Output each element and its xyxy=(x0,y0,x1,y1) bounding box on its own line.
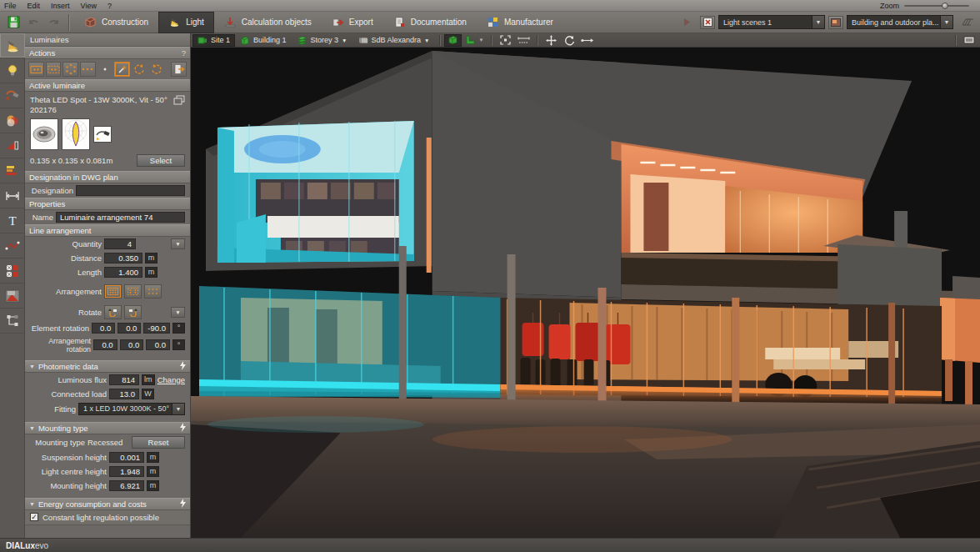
tool-flexible-luminaire[interactable] xyxy=(0,83,25,108)
luminaire-orientation-button[interactable] xyxy=(93,126,112,143)
tab-documentation[interactable]: Documentation xyxy=(383,12,477,33)
arrangement-option-edges[interactable] xyxy=(144,284,162,299)
zoom-fit-icon[interactable] xyxy=(498,34,512,47)
view-3d-button[interactable] xyxy=(444,34,462,47)
dwg-section-header[interactable]: Designation in DWG plan xyxy=(25,171,190,183)
fitting-dropdown-arrow[interactable]: ▼ xyxy=(172,404,184,414)
tool-measure[interactable] xyxy=(0,183,25,208)
quantity-options-dropdown[interactable]: ▼ xyxy=(171,238,185,249)
photometric-section-header[interactable]: ▼ Photometric data xyxy=(25,360,190,373)
luminous-flux-input[interactable]: 814 xyxy=(109,374,139,385)
tool-light-colors[interactable] xyxy=(0,108,25,133)
view-mode-dropdown-arrow[interactable]: ▼ xyxy=(940,16,952,28)
tab-export[interactable]: Export xyxy=(322,12,383,33)
tab-calculation-objects[interactable]: Calculation objects xyxy=(214,12,322,33)
zoom-slider[interactable] xyxy=(904,5,969,7)
suspension-height-input[interactable]: 0.001 xyxy=(109,452,144,463)
menu-insert[interactable]: Insert xyxy=(51,2,70,10)
tool-energy[interactable] xyxy=(0,158,25,183)
measure-line-icon[interactable] xyxy=(581,34,594,47)
tool-dimming-ramp[interactable] xyxy=(0,133,25,158)
action-line-arrangement[interactable] xyxy=(80,62,96,77)
mounting-collapse-icon[interactable]: ▼ xyxy=(29,425,35,431)
arrangement-option-frame[interactable] xyxy=(124,284,142,299)
tool-scheme[interactable] xyxy=(0,309,25,334)
menu-help[interactable]: ? xyxy=(108,2,112,10)
quantity-input[interactable]: 4 xyxy=(104,238,136,249)
site-button[interactable]: Site 1 xyxy=(192,34,235,47)
element-rotation-x[interactable]: 0.0 xyxy=(92,323,115,334)
connected-load-input[interactable]: 13.0 xyxy=(109,389,139,399)
action-rotate-ccw[interactable] xyxy=(132,62,148,77)
actions-help-icon[interactable]: ? xyxy=(182,48,186,58)
designation-input[interactable] xyxy=(76,185,185,196)
arrangement-option-grid[interactable] xyxy=(104,284,122,299)
render-3d-view[interactable] xyxy=(191,48,980,538)
tool-render-scene[interactable] xyxy=(0,284,25,309)
action-field-arrangement[interactable] xyxy=(46,62,62,77)
photometric-collapse-icon[interactable]: ▼ xyxy=(29,364,35,369)
length-input[interactable]: 1.400 xyxy=(104,267,142,278)
light-scenes-dropdown[interactable]: Light scenes 1 ▼ xyxy=(718,15,825,29)
action-rotate-cw[interactable] xyxy=(149,62,165,77)
action-wand[interactable] xyxy=(114,62,130,77)
view-plan-button[interactable]: ▼ xyxy=(462,34,488,47)
view-plan-dropdown-arrow[interactable]: ▼ xyxy=(479,38,484,43)
element-rotation-y[interactable]: 0.0 xyxy=(118,323,141,334)
name-input[interactable]: Luminaire arrangement 74 xyxy=(56,212,185,223)
undo-button[interactable] xyxy=(24,14,42,31)
zoom-slider-thumb[interactable] xyxy=(942,3,948,9)
tool-polyline[interactable] xyxy=(0,233,25,258)
tool-calculation-surfaces[interactable] xyxy=(0,258,25,284)
active-luminaire-section-header[interactable]: Active luminaire xyxy=(25,79,190,92)
arrangement-rotation-z[interactable]: 0.0 xyxy=(146,339,170,350)
hatch-display-icon[interactable] xyxy=(958,14,976,31)
action-export-luminaire[interactable] xyxy=(171,62,187,77)
rotate-options-dropdown[interactable]: ▼ xyxy=(171,307,185,318)
save-button[interactable] xyxy=(4,14,22,31)
constant-light-checkbox[interactable]: ✓ xyxy=(30,513,38,521)
tab-light[interactable]: Light xyxy=(158,12,214,33)
tab-construction[interactable]: Construction xyxy=(74,12,158,33)
tool-lamps[interactable] xyxy=(0,58,25,83)
distance-input[interactable]: 0.350 xyxy=(104,253,142,263)
move-icon[interactable] xyxy=(544,34,558,47)
mounting-section-header[interactable]: ▼ Mounting type xyxy=(25,422,190,434)
storey-dropdown-arrow[interactable]: ▼ xyxy=(342,38,347,43)
building-button[interactable]: Building 1 xyxy=(235,34,292,47)
change-fitting-link[interactable]: Change xyxy=(158,375,185,384)
room-dropdown-arrow[interactable]: ▼ xyxy=(424,38,429,43)
menu-edit[interactable]: Edit xyxy=(28,2,41,10)
action-single-luminaire[interactable] xyxy=(98,62,113,77)
storey-button[interactable]: Storey 3 ▼ xyxy=(292,34,352,47)
arrangement-rotation-x[interactable]: 0.0 xyxy=(93,339,118,350)
menu-file[interactable]: File xyxy=(4,2,17,10)
reset-mounting-button[interactable]: Reset xyxy=(132,436,185,449)
tool-luminaires[interactable] xyxy=(0,33,25,58)
delete-light-scene-button[interactable] xyxy=(700,16,715,29)
action-circle-arrangement[interactable] xyxy=(62,62,78,77)
rotate-view-icon[interactable] xyxy=(562,34,576,47)
arrangement-rotation-y[interactable]: 0.0 xyxy=(120,339,144,350)
light-scene-editor-button[interactable] xyxy=(828,16,843,29)
view-mode-dropdown[interactable]: Building and outdoor pla... ▼ xyxy=(847,15,953,29)
play-light-scene-button[interactable] xyxy=(678,14,696,31)
element-rotation-z[interactable]: -90.0 xyxy=(143,323,170,334)
display-options-icon[interactable] xyxy=(962,34,976,47)
room-button[interactable]: SdB Alexandra ▼ xyxy=(352,34,435,47)
tool-text[interactable]: T xyxy=(0,208,25,233)
redo-button[interactable] xyxy=(44,14,62,31)
measure-display-icon[interactable] xyxy=(517,34,530,47)
energy-collapse-icon[interactable]: ▼ xyxy=(29,501,35,507)
light-scenes-dropdown-arrow[interactable]: ▼ xyxy=(812,16,824,28)
rotate-right-button[interactable] xyxy=(124,305,142,319)
menu-view[interactable]: View xyxy=(81,2,97,10)
energy-section-header[interactable]: ▼ Energy consumption and costs xyxy=(25,498,190,510)
copy-luminaire-icon[interactable] xyxy=(173,95,185,115)
rotate-left-button[interactable] xyxy=(104,305,122,319)
light-centre-height-input[interactable]: 1.948 xyxy=(109,466,144,477)
line-arrangement-section-header[interactable]: Line arrangement xyxy=(25,224,190,237)
tab-manufacturer[interactable]: Manufacturer xyxy=(477,12,563,33)
fitting-dropdown[interactable]: 1 x LED 10W 3000K - 50° ▼ xyxy=(78,403,185,415)
mounting-height-input[interactable]: 6.921 xyxy=(109,480,144,491)
